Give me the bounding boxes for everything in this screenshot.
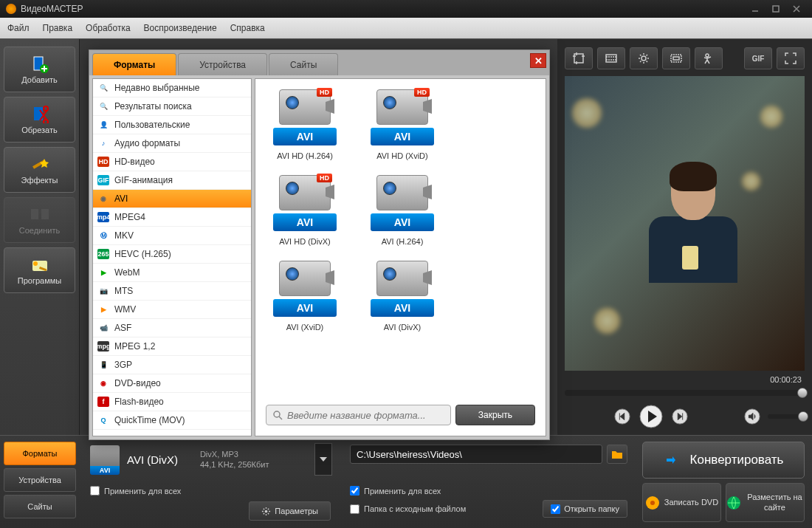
popup-tab-sites[interactable]: Сайты <box>269 53 338 75</box>
fullscreen-icon[interactable] <box>777 47 805 69</box>
category-icon: Q <box>97 415 109 425</box>
gif-button[interactable]: GIF <box>744 47 772 69</box>
tab-sites[interactable]: Сайты <box>4 495 76 518</box>
popup-category-list[interactable]: 🔍Недавно выбранные🔍Результаты поиска👤Пол… <box>92 78 252 436</box>
category-label: WebM <box>114 267 140 278</box>
format-item[interactable]: AVIAVI (XviD) <box>266 261 344 332</box>
browse-folder-button[interactable] <box>607 445 627 464</box>
format-item[interactable]: HDAVIAVI HD (H.264) <box>266 89 344 160</box>
parameters-button[interactable]: Параметры <box>249 501 331 521</box>
category-item[interactable]: ▶WMV <box>93 301 251 319</box>
category-item[interactable]: mpgMPEG 1,2 <box>93 337 251 356</box>
popup-tab-formats[interactable]: Форматы <box>92 53 176 75</box>
format-bar: AVI <box>371 213 434 231</box>
category-item[interactable]: fFlash-видео <box>93 393 251 411</box>
popup-tab-devices[interactable]: Устройства <box>178 53 267 75</box>
source-folder-checkbox[interactable] <box>350 504 359 514</box>
category-item[interactable]: 📷MTS <box>93 282 251 301</box>
cut-button[interactable]: Обрезать <box>4 97 75 143</box>
preview-panel: GIF 00:00:23 <box>557 39 812 435</box>
volume-button[interactable] <box>743 407 762 426</box>
category-icon: 📷 <box>97 286 109 296</box>
tab-devices[interactable]: Устройства <box>4 468 76 492</box>
brightness-icon[interactable] <box>630 47 658 69</box>
apply-all-checkbox[interactable] <box>90 486 100 496</box>
svg-rect-15 <box>671 55 681 62</box>
popup-search-input[interactable] <box>287 410 444 421</box>
publish-button[interactable]: Разместить на сайте <box>726 483 805 522</box>
category-item[interactable]: 265HEVC (H.265) <box>93 245 251 264</box>
menu-file[interactable]: Файл <box>7 23 30 33</box>
menu-help[interactable]: Справка <box>230 23 265 33</box>
svg-rect-16 <box>673 57 679 60</box>
video-preview[interactable] <box>565 76 805 371</box>
menu-playback[interactable]: Воспроизведение <box>144 23 217 33</box>
format-item[interactable]: HDAVIAVI HD (XviD) <box>363 89 441 160</box>
convert-button[interactable]: Конвертировать <box>642 442 805 479</box>
camera-icon <box>279 261 331 296</box>
category-item[interactable]: 🔍Результаты поиска <box>93 97 251 116</box>
path-apply-all-checkbox[interactable] <box>350 486 359 496</box>
programs-button[interactable]: Программы <box>4 247 75 293</box>
next-button[interactable] <box>670 407 689 426</box>
category-item[interactable]: QQuickTime (MOV) <box>93 411 251 430</box>
crop-icon[interactable] <box>565 47 593 69</box>
format-panel: AVI AVI (DivX) DivX, MP3 44,1 KHz, 256Кб… <box>80 436 340 528</box>
category-icon: ▶ <box>97 304 109 315</box>
category-label: MTS <box>114 286 133 296</box>
category-item[interactable]: 👤Пользовательские <box>93 116 251 134</box>
popup-close-button[interactable]: ✕ <box>530 53 546 68</box>
popup-close-text-button[interactable]: Закрыть <box>455 405 535 425</box>
category-item[interactable]: 📱3GP <box>93 356 251 374</box>
effects-button[interactable]: Эффекты <box>4 147 75 193</box>
category-label: Аудио форматы <box>114 138 180 148</box>
close-button[interactable] <box>787 2 806 16</box>
frame-icon[interactable] <box>597 47 625 69</box>
open-folder-button[interactable]: Открыть папку <box>543 500 627 518</box>
format-item[interactable]: AVIAVI (H.264) <box>363 175 441 246</box>
menu-process[interactable]: Обработка <box>86 23 131 33</box>
category-item[interactable]: ◉DVD-видео <box>93 374 251 393</box>
category-item[interactable]: GIFGIF-анимация <box>93 171 251 190</box>
minimize-button[interactable] <box>746 2 765 16</box>
add-button[interactable]: Добавить <box>4 47 75 92</box>
join-label: Соединить <box>19 226 61 235</box>
bottom-tab-group: Форматы Устройства Сайты <box>0 436 80 528</box>
overlay-icon[interactable] <box>662 47 690 69</box>
maximize-button[interactable] <box>766 2 785 16</box>
open-folder-checkbox[interactable] <box>551 504 560 514</box>
burn-dvd-button[interactable]: Записать DVD <box>642 483 721 522</box>
category-label: AVI <box>114 193 128 204</box>
category-item[interactable]: 🔍Недавно выбранные <box>93 79 251 97</box>
category-item[interactable]: ⓂMKV <box>93 227 251 245</box>
category-icon: 265 <box>97 249 109 259</box>
play-button[interactable] <box>638 403 664 430</box>
tab-formats[interactable]: Форматы <box>4 442 76 465</box>
format-bar: AVI <box>273 299 337 317</box>
category-icon: f <box>97 397 109 407</box>
category-icon: mp4 <box>97 212 109 222</box>
category-icon: ♪ <box>97 138 109 148</box>
category-item[interactable]: ▶WebM <box>93 264 251 282</box>
svg-point-26 <box>274 411 280 417</box>
format-item-label: AVI HD (DivX) <box>279 237 330 246</box>
menu-edit[interactable]: Правка <box>43 23 73 33</box>
category-item[interactable]: ◉AVI <box>93 190 251 208</box>
category-item[interactable]: mp4MPEG4 <box>93 208 251 227</box>
category-item[interactable]: ♪Аудио форматы <box>93 134 251 153</box>
seek-slider[interactable] <box>565 390 805 396</box>
format-dropdown-toggle[interactable] <box>314 443 332 476</box>
open-folder-label: Открыть папку <box>564 504 619 513</box>
category-item[interactable]: HDHD-видео <box>93 153 251 171</box>
category-icon: ◉ <box>97 193 109 204</box>
category-item[interactable]: 📹ASF <box>93 319 251 337</box>
format-item[interactable]: AVIAVI (DivX) <box>363 261 441 332</box>
prev-button[interactable] <box>613 407 632 426</box>
speed-icon[interactable] <box>695 47 723 69</box>
popup-tabs: Форматы Устройства Сайты ✕ <box>89 50 549 75</box>
svg-point-24 <box>650 501 655 505</box>
category-icon: 📱 <box>97 360 109 370</box>
output-path-input[interactable] <box>350 445 602 464</box>
format-item[interactable]: HDAVIAVI HD (DivX) <box>266 175 344 246</box>
volume-slider[interactable] <box>768 414 805 419</box>
